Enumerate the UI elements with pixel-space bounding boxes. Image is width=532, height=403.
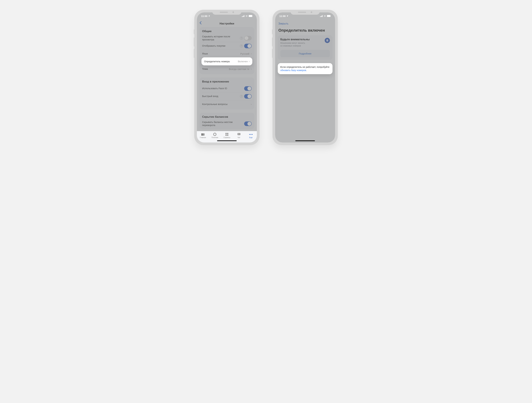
svg-rect-1: [242, 16, 243, 17]
row-label: Скрывать истории после просмотра: [202, 35, 239, 41]
caution-card: Будьте внимательны Мошенники могут звони…: [278, 35, 332, 60]
tab-label: Главная: [200, 137, 206, 138]
row-value: Всегда светлая те: [229, 68, 249, 70]
row-label: Быстрый вход: [202, 95, 239, 98]
tab-home[interactable]: Главная: [197, 133, 209, 138]
svg-rect-15: [320, 16, 320, 17]
section-general-title: Общие: [202, 30, 252, 33]
status-indicators: [320, 15, 331, 17]
device-notch: [291, 10, 320, 15]
payments-icon: [213, 133, 217, 136]
toggle-fast-login[interactable]: [244, 94, 252, 99]
svg-rect-16: [321, 16, 321, 17]
page-title: Настройки: [220, 22, 234, 25]
chevron-right-icon: ›: [251, 67, 252, 71]
tab-label: Еще: [249, 137, 253, 138]
row-caller-id[interactable]: Определитель номера Включен ›: [202, 58, 252, 65]
row-label: Контрольные вопросы: [202, 103, 249, 106]
toggle-face-id[interactable]: [244, 86, 252, 91]
device-notch: [212, 10, 241, 15]
status-time: 11:00: [201, 15, 207, 18]
update-tip-card: Если определитель не работает, попробуйт…: [278, 63, 332, 74]
section-login: Вход в приложение Использовать Face ID Б…: [200, 77, 254, 109]
chevron-left-icon: [200, 21, 202, 25]
tab-more[interactable]: Еще: [245, 133, 257, 138]
cellular-icon: [242, 15, 245, 17]
tab-label: Сервисы: [223, 137, 230, 138]
home-indicator[interactable]: [295, 140, 315, 141]
row-face-id[interactable]: Использовать Face ID: [202, 85, 252, 92]
svg-rect-5: [252, 16, 253, 16]
page-title: Определитель включен: [278, 27, 332, 35]
phone-frame-right: 11:00 Закрыть Определитель включен Будьт…: [272, 10, 338, 145]
help-icon[interactable]: ?: [240, 45, 243, 47]
learn-more-button[interactable]: Подробнее: [280, 50, 330, 57]
update-db-link[interactable]: обновить базу номеров: [280, 69, 306, 71]
status-time-area: 11:00: [201, 15, 210, 18]
svg-rect-3: [244, 15, 245, 17]
chevron-right-icon: ›: [251, 102, 252, 106]
svg-rect-20: [330, 16, 331, 16]
help-icon[interactable]: ?: [240, 95, 243, 98]
svg-rect-17: [321, 16, 322, 17]
cellular-icon: [320, 15, 323, 17]
location-icon: [208, 15, 210, 17]
location-icon: [286, 15, 288, 17]
status-time-area: 11:00: [279, 15, 288, 18]
more-icon: [249, 133, 253, 136]
status-indicators: [242, 15, 253, 17]
row-label: Тема: [202, 68, 228, 70]
svg-rect-24: [327, 41, 327, 41]
chat-icon: [237, 133, 241, 136]
row-hide-stories[interactable]: Скрывать истории после просмотра ?: [202, 34, 252, 42]
front-camera: [232, 11, 234, 13]
caution-subtitle: Мошенники могут звонить со знакомых номе…: [280, 42, 310, 47]
battery-icon: [327, 15, 331, 17]
close-button[interactable]: Закрыть: [279, 22, 289, 25]
row-label: Язык: [202, 52, 239, 55]
row-theme[interactable]: Тема Всегда светлая те ›: [202, 65, 252, 73]
tab-services[interactable]: Сервисы: [221, 133, 233, 138]
help-icon[interactable]: ?: [240, 37, 243, 40]
row-language[interactable]: Язык Русский ›: [202, 50, 252, 58]
svg-rect-9: [225, 133, 227, 134]
toggle-show-purchases[interactable]: [244, 44, 252, 48]
tab-chat[interactable]: Чат: [233, 133, 245, 138]
screen-settings: 11:00 Настройки Общие Скрывать истории п…: [197, 12, 257, 142]
status-time: 11:00: [279, 15, 285, 18]
home-indicator[interactable]: [217, 140, 237, 141]
toggle-hide-balances[interactable]: [244, 122, 252, 126]
svg-rect-4: [249, 15, 252, 17]
svg-rect-2: [243, 16, 244, 17]
settings-content: Общие Скрывать истории после просмотра ?…: [197, 27, 257, 142]
row-label: Скрывать балансы жестом переворота: [202, 121, 243, 127]
svg-rect-22: [327, 40, 328, 40]
tab-label: Чат: [237, 137, 240, 138]
row-label: Определитель номера: [204, 60, 230, 63]
screen-caller-id: 11:00 Закрыть Определитель включен Будьт…: [275, 12, 335, 142]
home-icon: [201, 133, 205, 136]
row-security-questions[interactable]: Контрольные вопросы ›: [202, 100, 252, 108]
chevron-right-icon: ›: [249, 60, 250, 63]
svg-rect-11: [225, 134, 227, 136]
speaker-slot: [220, 12, 228, 13]
tab-payments[interactable]: Платежи: [209, 133, 221, 138]
chevron-right-icon: ›: [251, 52, 252, 55]
section-general: Общие Скрывать истории после просмотра ?…: [200, 27, 254, 74]
row-hide-balances-flip[interactable]: Скрывать балансы жестом переворота: [202, 120, 252, 128]
tip-text-after: .: [306, 69, 307, 71]
svg-point-8: [214, 133, 216, 136]
svg-rect-23: [327, 40, 328, 41]
section-login-title: Вход в приложение: [202, 80, 252, 83]
toggle-hide-stories[interactable]: [244, 36, 252, 40]
svg-rect-12: [227, 134, 228, 136]
back-button[interactable]: [200, 21, 202, 26]
row-show-purchases[interactable]: Отображать покупки ?: [202, 42, 252, 50]
wifi-icon: [323, 15, 326, 17]
section-hide-balances-title: Скрытие балансов: [202, 115, 252, 119]
services-icon: [225, 133, 229, 136]
svg-rect-10: [227, 133, 228, 134]
tip-text-before: Если определитель не работает, попробуйт…: [280, 66, 329, 68]
row-fast-login[interactable]: Быстрый вход ?: [202, 92, 252, 100]
info-icon: [325, 38, 330, 43]
